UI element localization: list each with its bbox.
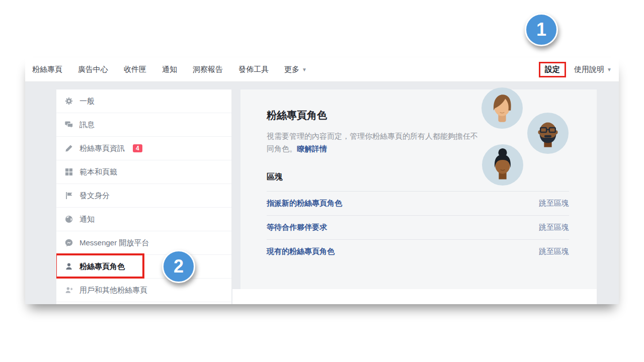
nav-item-1[interactable]: 廣告中心	[78, 65, 108, 74]
nav-more-label: 更多	[284, 65, 299, 73]
top-navigation-bar: 粉絲專頁廣告中心收件匣通知洞察報告發佈工具 更多▼ 設定 使用說明▼	[25, 58, 619, 82]
learn-more-link[interactable]: 瞭解詳情	[297, 144, 327, 153]
person-add-icon	[65, 286, 73, 294]
jump-to-section-link[interactable]: 跳至區塊	[539, 223, 569, 232]
sidebar-item-0[interactable]: 一般	[56, 89, 231, 113]
sidebar-item-1[interactable]: 訊息	[56, 113, 231, 137]
chevron-down-icon: ▼	[607, 67, 612, 72]
sections-list: 區塊 指派新的粉絲專頁角色跳至區塊等待合作夥伴要求跳至區塊現有的粉絲專頁角色跳至…	[267, 172, 569, 263]
annotation-step-1: 1	[525, 13, 558, 46]
nav-item-more[interactable]: 更多▼	[284, 65, 307, 74]
sidebar-item-label: 發文身分	[79, 191, 110, 201]
section-row-label[interactable]: 現有的粉絲專頁角色	[267, 247, 335, 256]
sidebar-item-label: 粉絲專頁角色	[79, 262, 125, 272]
sidebar-item-6[interactable]: Messenger 開放平台	[56, 231, 231, 255]
nav-item-2[interactable]: 收件匣	[124, 65, 146, 74]
sidebar-item-label: 粉絲專頁資訊	[79, 144, 125, 153]
sidebar-item-label: 一般	[79, 97, 95, 106]
settings-sidebar: 一般訊息粉絲專頁資訊4範本和頁籤發文身分通知Messenger 開放平台粉絲專頁…	[56, 89, 231, 304]
chevron-down-icon: ▼	[302, 67, 307, 72]
page-roles-panel: 粉絲專頁角色 視需要管理的內容而定，管理你粉絲專頁的所有人都能夠擔任不同角色。瞭…	[240, 89, 597, 289]
notification-badge: 4	[133, 144, 142, 152]
facebook-settings-window: 粉絲專頁廣告中心收件匣通知洞察報告發佈工具 更多▼ 設定 使用說明▼ 一般訊息粉…	[25, 58, 619, 304]
nav-item-0[interactable]: 粉絲專頁	[32, 65, 62, 74]
woman-bob-avatar	[481, 87, 523, 129]
section-row-label[interactable]: 等待合作夥伴要求	[267, 223, 327, 232]
sidebar-item-label: 範本和頁籤	[79, 167, 117, 177]
sidebar-item-4[interactable]: 發文身分	[56, 184, 231, 208]
man-glasses-avatar	[527, 113, 569, 154]
nav-item-5[interactable]: 發佈工具	[238, 65, 269, 74]
woman-bun-avatar	[482, 144, 523, 186]
nav-items: 粉絲專頁廣告中心收件匣通知洞察報告發佈工具	[32, 65, 269, 74]
messenger-icon	[65, 239, 73, 247]
globe-icon	[65, 215, 73, 223]
templates-icon	[65, 168, 73, 176]
page-description: 視需要管理的內容而定，管理你粉絲專頁的所有人都能夠擔任不同角色。瞭解詳情	[267, 130, 480, 155]
flag-icon	[65, 192, 73, 200]
sidebar-item-label: 通知	[79, 215, 95, 224]
section-row-label[interactable]: 指派新的粉絲專頁角色	[267, 199, 342, 208]
sidebar-item-2[interactable]: 粉絲專頁資訊4	[56, 137, 231, 160]
annotation-step-2: 2	[162, 250, 195, 283]
nav-item-settings[interactable]: 設定	[539, 62, 566, 77]
help-label: 使用說明	[574, 65, 604, 73]
section-row-2: 現有的粉絲專頁角色跳至區塊	[267, 239, 569, 263]
nav-item-help[interactable]: 使用說明▼	[574, 65, 612, 74]
pencil-icon	[65, 144, 73, 152]
sidebar-item-5[interactable]: 通知	[56, 208, 231, 231]
section-row-1: 等待合作夥伴要求跳至區塊	[267, 215, 569, 239]
settings-label: 設定	[545, 65, 560, 73]
screenshot-stage: 粉絲專頁廣告中心收件匣通知洞察報告發佈工具 更多▼ 設定 使用說明▼ 一般訊息粉…	[0, 0, 644, 362]
jump-to-section-link[interactable]: 跳至區塊	[539, 247, 569, 256]
messages-icon	[65, 121, 73, 129]
sidebar-item-7[interactable]: 粉絲專頁角色	[56, 255, 231, 279]
gear-icon	[65, 97, 73, 105]
sidebar-item-label: Messenger 開放平台	[79, 238, 149, 248]
sections-header: 區塊	[267, 172, 569, 191]
section-row-0: 指派新的粉絲專頁角色跳至區塊	[267, 191, 569, 215]
sidebar-item-label: 用戶和其他粉絲專頁	[79, 286, 147, 295]
sidebar-item-3[interactable]: 範本和頁籤	[56, 160, 231, 184]
next-section-strip	[232, 289, 597, 304]
sidebar-item-label: 訊息	[79, 120, 95, 130]
jump-to-section-link[interactable]: 跳至區塊	[539, 199, 569, 208]
nav-item-4[interactable]: 洞察報告	[193, 65, 223, 74]
person-icon	[65, 262, 73, 270]
sidebar-item-8[interactable]: 用戶和其他粉絲專頁	[56, 279, 231, 302]
nav-item-3[interactable]: 通知	[162, 65, 177, 74]
